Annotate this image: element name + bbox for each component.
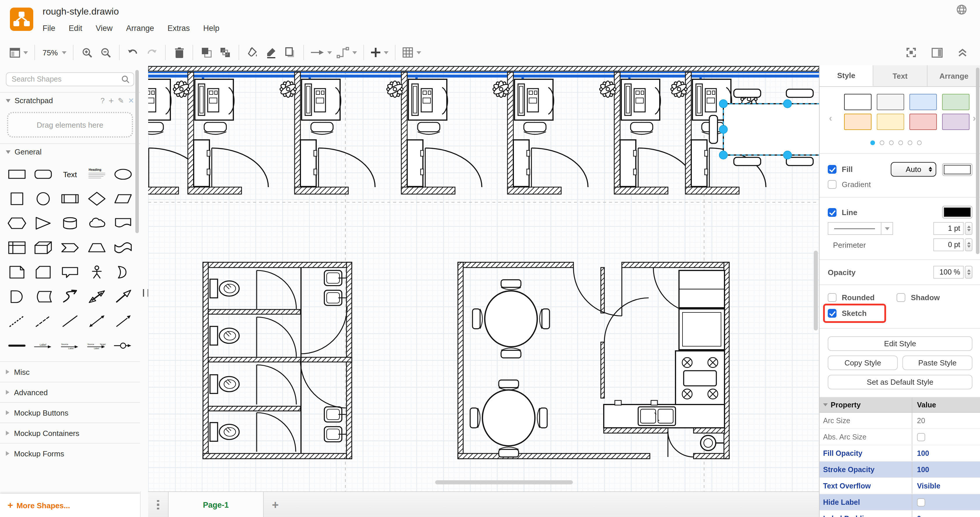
shape-step[interactable] (57, 235, 83, 260)
zoom-out-button[interactable] (96, 44, 115, 61)
add-page-button[interactable]: + (264, 492, 287, 517)
line-width-input[interactable]: 1 pt (933, 222, 964, 235)
scratchpad-close-icon[interactable]: ✕ (128, 96, 134, 105)
shape-actor[interactable] (83, 260, 110, 284)
section-misc[interactable]: Misc (0, 362, 140, 382)
collapse-toolbar-button[interactable] (953, 44, 972, 61)
shape-source-label-target-arrow[interactable]: SourceLabelTarget (83, 333, 110, 358)
paste-style-button[interactable]: Paste Style (902, 355, 972, 370)
shape-connector-with-symbol[interactable] (110, 333, 137, 358)
shape-textbox[interactable]: Heading (83, 162, 110, 187)
menu-arrange[interactable]: Arrange (126, 24, 154, 33)
menu-view[interactable]: View (95, 24, 113, 33)
shape-note[interactable] (3, 260, 30, 284)
shadow-checkbox[interactable] (897, 293, 905, 302)
scratchpad-edit-icon[interactable]: ✎ (118, 96, 124, 105)
carousel-dot[interactable] (880, 141, 885, 145)
zoom-level-button[interactable]: 75% (39, 44, 69, 61)
pages-menu-icon[interactable] (148, 492, 168, 517)
canvas-horizontal-scrollbar[interactable] (435, 480, 573, 484)
gradient-checkbox[interactable] (828, 180, 837, 189)
shape-horizontal-line[interactable] (3, 333, 30, 358)
section-mockup-buttons[interactable]: Mockup Buttons (0, 403, 140, 423)
shape-text[interactable]: Text (57, 162, 83, 187)
canvas-drawing[interactable] (148, 65, 819, 492)
property-row-label-padding[interactable]: Label Padding 0 (819, 511, 980, 517)
waypoints-button[interactable] (334, 44, 360, 61)
line-width-stepper[interactable] (965, 222, 972, 235)
style-preset[interactable] (877, 114, 904, 130)
line-style-select[interactable] (828, 222, 881, 235)
panel-scrollbar[interactable] (976, 68, 979, 254)
shape-rounded-rectangle[interactable] (30, 162, 57, 187)
shape-cloud[interactable] (83, 211, 110, 235)
shape-triangle[interactable] (30, 211, 57, 235)
fill-mode-select[interactable]: Auto (891, 162, 936, 177)
more-shapes-button[interactable]: + More Shapes... (0, 494, 140, 517)
delete-button[interactable] (170, 44, 188, 61)
edit-style-button[interactable]: Edit Style (828, 336, 972, 351)
menu-file[interactable]: File (43, 24, 56, 33)
property-row-stroke-opacity[interactable]: Stroke Opacity 100 (819, 461, 980, 478)
set-default-style-button[interactable]: Set as Default Style (828, 375, 972, 389)
shape-circle[interactable] (30, 187, 57, 211)
search-input[interactable] (6, 72, 134, 86)
menu-edit[interactable]: Edit (69, 24, 83, 33)
property-row-arc-size[interactable]: Arc Size 20 (819, 413, 980, 429)
rounded-checkbox[interactable] (828, 293, 837, 302)
shape-tape[interactable] (110, 235, 137, 260)
style-preset[interactable] (844, 114, 872, 130)
arc-size-value[interactable]: 20 (912, 413, 980, 428)
property-row-fill-opacity[interactable]: Fill Opacity 100 (819, 445, 980, 461)
shape-rectangle[interactable] (3, 162, 30, 187)
carousel-dot[interactable] (889, 141, 894, 145)
shape-source-label-arrow[interactable]: SourceLabel (57, 333, 83, 358)
scratchpad-help-icon[interactable]: ? (100, 97, 105, 105)
page-tab[interactable]: Page-1 (168, 492, 264, 517)
text-overflow-value[interactable]: Visible (912, 478, 980, 494)
shape-internal-storage[interactable] (3, 235, 30, 260)
shape-parallelogram[interactable] (110, 187, 137, 211)
menu-extras[interactable]: Extras (167, 24, 190, 33)
fill-opacity-value[interactable]: 100 (912, 445, 980, 461)
chevron-down-icon[interactable] (823, 403, 828, 406)
shape-square[interactable] (3, 187, 30, 211)
carousel-dot[interactable] (870, 141, 875, 145)
carousel-dot[interactable] (908, 141, 912, 145)
style-preset[interactable] (909, 114, 937, 130)
opacity-stepper[interactable] (965, 266, 972, 279)
to-front-button[interactable] (197, 44, 216, 61)
shape-directional-connector[interactable] (110, 309, 137, 333)
shape-diamond[interactable] (83, 187, 110, 211)
stroke-opacity-value[interactable]: 100 (912, 461, 980, 477)
section-mockup-forms[interactable]: Mockup Forms (0, 444, 140, 463)
section-general[interactable]: General (0, 144, 140, 160)
scratchpad-header[interactable]: Scratchpad ? + ✎ ✕ (0, 93, 140, 108)
shape-hexagon[interactable] (3, 211, 30, 235)
menu-help[interactable]: Help (203, 24, 220, 33)
line-style-caret[interactable] (881, 222, 893, 235)
table-button[interactable] (399, 44, 423, 61)
shape-dotted-line[interactable] (3, 309, 30, 333)
undo-button[interactable] (124, 44, 142, 61)
shape-card[interactable] (30, 260, 57, 284)
carousel-prev-icon[interactable]: ‹ (829, 113, 832, 124)
tab-text[interactable]: Text (873, 65, 928, 86)
copy-style-button[interactable]: Copy Style (828, 355, 898, 370)
section-advanced[interactable]: Advanced (0, 382, 140, 402)
shape-and[interactable] (3, 284, 30, 309)
carousel-dot[interactable] (898, 141, 903, 145)
scratchpad-add-icon[interactable]: + (109, 95, 114, 106)
shape-cube[interactable] (30, 235, 57, 260)
hide-label-checkbox[interactable] (917, 498, 925, 506)
shape-process[interactable] (57, 187, 83, 211)
line-color-swatch[interactable] (942, 206, 972, 219)
insert-button[interactable] (368, 44, 391, 61)
shape-arrow[interactable] (110, 284, 137, 309)
sidebar-scrollbar[interactable] (135, 70, 139, 233)
perimeter-stepper[interactable] (965, 238, 972, 251)
style-preset[interactable] (844, 94, 872, 110)
zoom-in-button[interactable] (78, 44, 96, 61)
shadow-button[interactable] (281, 44, 299, 61)
section-mockup-containers[interactable]: Mockup Containers (0, 423, 140, 443)
